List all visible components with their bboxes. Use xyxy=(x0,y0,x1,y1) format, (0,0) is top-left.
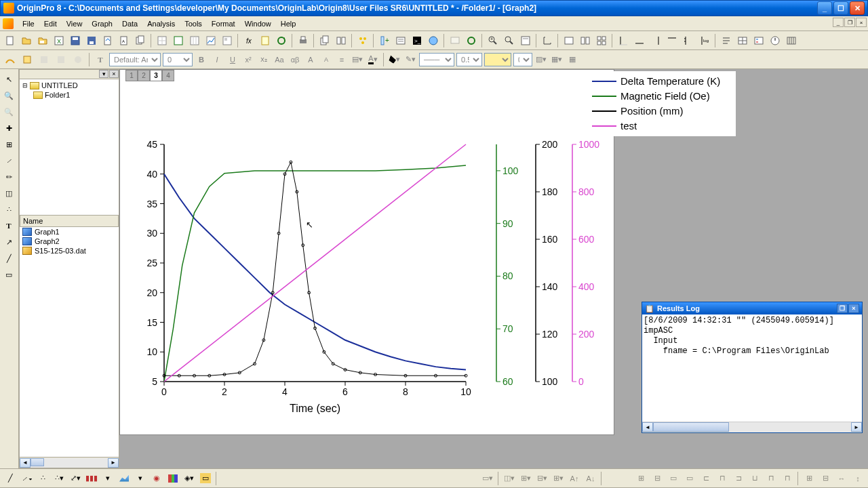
results-log-window[interactable]: 📋 Results Log ❐ × [8/6/2009 14:32:31 "" … xyxy=(642,302,863,433)
reset-format-button[interactable] xyxy=(71,52,85,67)
line-scatter-button[interactable]: ⤢▾ xyxy=(68,471,83,486)
data-reader-tool[interactable]: ✚ xyxy=(1,121,16,136)
tree-root[interactable]: ⊟ UNTITLED xyxy=(21,81,117,90)
graph-window[interactable]: 1 2 3 4 Delta Temperature (K) Magnetic F… xyxy=(119,69,614,435)
menu-analysis[interactable]: Analysis xyxy=(142,18,180,29)
axis-log-button[interactable]: log xyxy=(697,33,712,48)
layer-tab-2[interactable]: 2 xyxy=(138,70,150,81)
whole-page-button[interactable] xyxy=(518,33,533,48)
data-selector-tool[interactable]: ⟋ xyxy=(1,153,16,168)
menu-view[interactable]: View xyxy=(62,18,87,29)
new-project-button[interactable] xyxy=(3,33,18,48)
layer-tab-1[interactable]: 1 xyxy=(125,70,138,81)
list-item[interactable]: Graph2 xyxy=(20,237,119,246)
template-button[interactable]: ▭ xyxy=(198,471,213,486)
recalculate-button[interactable] xyxy=(274,33,289,48)
same-width-button[interactable]: ↔ xyxy=(834,471,849,486)
merge-button[interactable]: ⊟▾ xyxy=(534,471,549,486)
align-left-button[interactable]: ⊏ xyxy=(698,471,713,486)
line-tool[interactable]: ╱ xyxy=(1,251,16,266)
line-plot-button[interactable]: ╱ xyxy=(3,471,18,486)
zoom-out-button[interactable] xyxy=(502,33,517,48)
menu-graph[interactable]: Graph xyxy=(87,18,117,29)
new-excel-button[interactable] xyxy=(171,33,186,48)
line-style-combo[interactable]: ─── xyxy=(419,53,454,66)
menu-app-icon[interactable] xyxy=(3,18,14,29)
chart-plot[interactable]: 0246810Time (sec)51015202530354045607080… xyxy=(130,138,605,432)
layer-tab-4[interactable]: 4 xyxy=(162,70,174,81)
mask-on-button[interactable]: ▭▾ xyxy=(480,471,495,486)
list-item[interactable]: Graph1 xyxy=(20,227,119,237)
font-size-combo[interactable]: 0 xyxy=(163,53,193,66)
scatter-symbol-button[interactable]: ∴▾ xyxy=(52,471,66,486)
layer1-button[interactable] xyxy=(561,33,576,48)
project-pin-button[interactable]: ▾ xyxy=(99,70,108,78)
group-button[interactable]: ⊞ xyxy=(633,471,648,486)
list-item[interactable]: S15-125-03.dat xyxy=(20,246,119,256)
font-increase-button[interactable]: A↑ xyxy=(567,471,582,486)
maximize-button[interactable]: ☐ xyxy=(833,1,848,15)
new-workbook-button[interactable] xyxy=(155,33,170,48)
greek-button[interactable]: αβ xyxy=(288,53,302,66)
slide-show-button[interactable] xyxy=(448,33,462,48)
add-date-button[interactable] xyxy=(768,33,783,48)
subscript-button[interactable]: x₂ xyxy=(257,53,271,66)
align-middle-button[interactable]: ⊓ xyxy=(764,471,778,486)
line-width-combo[interactable]: 0.5 xyxy=(456,53,482,66)
column-plot-button[interactable]: ▮▮▮ xyxy=(84,471,99,486)
refresh-button[interactable] xyxy=(334,33,349,48)
rescale-button[interactable] xyxy=(540,33,555,48)
layer2-button[interactable] xyxy=(578,33,593,48)
pointer-tool[interactable]: ↖ xyxy=(1,72,16,87)
uppercase-button[interactable]: Aa xyxy=(273,53,286,66)
area-dropdown-button[interactable]: ▾ xyxy=(133,471,148,486)
scroll-track[interactable] xyxy=(31,458,108,468)
results-restore-button[interactable]: ❐ xyxy=(837,304,848,313)
open-excel-button[interactable]: X xyxy=(52,33,66,48)
align-button[interactable]: ≡ xyxy=(335,53,349,66)
add-table-button[interactable] xyxy=(735,33,750,48)
layer4-button[interactable] xyxy=(594,33,609,48)
font-color-button[interactable]: A▾ xyxy=(366,53,380,66)
align-top-button[interactable]: ⊔ xyxy=(747,471,762,486)
mdi-minimize-button[interactable]: _ xyxy=(833,18,844,27)
bold-button[interactable]: B xyxy=(195,53,208,66)
new-notes-button[interactable] xyxy=(258,33,273,48)
front-button[interactable]: ▭ xyxy=(666,471,681,486)
add-text-button[interactable] xyxy=(719,33,734,48)
screen-reader-tool[interactable]: ⊞ xyxy=(1,137,16,152)
open-template-button[interactable] xyxy=(35,33,50,48)
command-window-button[interactable]: >_ xyxy=(410,33,425,48)
axis-scale-button[interactable] xyxy=(681,33,696,48)
increase-font-button[interactable]: A xyxy=(304,53,317,66)
layer-tab-3[interactable]: 3 xyxy=(150,70,162,81)
minimize-button[interactable]: _ xyxy=(817,1,832,15)
menu-format[interactable]: Format xyxy=(207,18,240,29)
align-bottom-button[interactable]: ⊓ xyxy=(780,471,795,486)
pattern-width-combo[interactable]: 0 xyxy=(513,53,532,66)
pan-tool[interactable]: 🔍 xyxy=(1,104,16,119)
mdi-close-button[interactable]: × xyxy=(856,18,867,27)
menu-edit[interactable]: Edit xyxy=(39,18,62,29)
print-button[interactable] xyxy=(296,33,311,48)
align-center-button[interactable]: ⊓ xyxy=(715,471,730,486)
arrange-button[interactable]: ⊞▾ xyxy=(551,471,566,486)
same-height-button[interactable]: ↕ xyxy=(850,471,865,486)
axis-left-button[interactable] xyxy=(616,33,631,48)
add-column-button[interactable]: + xyxy=(377,33,392,48)
results-scroll-left[interactable]: ◄ xyxy=(642,422,653,432)
new-matrix-button[interactable] xyxy=(187,33,202,48)
open-button[interactable] xyxy=(19,33,34,48)
axis-right-button[interactable] xyxy=(648,33,663,48)
axis-bottom-button[interactable] xyxy=(632,33,647,48)
save-button[interactable] xyxy=(68,33,83,48)
font-combo[interactable]: Default: Ar xyxy=(109,53,161,66)
new-layout-button[interactable] xyxy=(220,33,235,48)
underline-button[interactable]: U xyxy=(226,53,239,66)
import-multiple-button[interactable] xyxy=(133,33,148,48)
paste-format-to-button[interactable] xyxy=(54,52,68,67)
font-decrease-button[interactable]: A↓ xyxy=(583,471,598,486)
back-button[interactable]: ▭ xyxy=(682,471,697,486)
results-log-body[interactable]: [8/6/2009 14:32:31 "" (2455049.605914)] … xyxy=(642,314,862,422)
distribute-h-button[interactable]: ⊞ xyxy=(802,471,816,486)
